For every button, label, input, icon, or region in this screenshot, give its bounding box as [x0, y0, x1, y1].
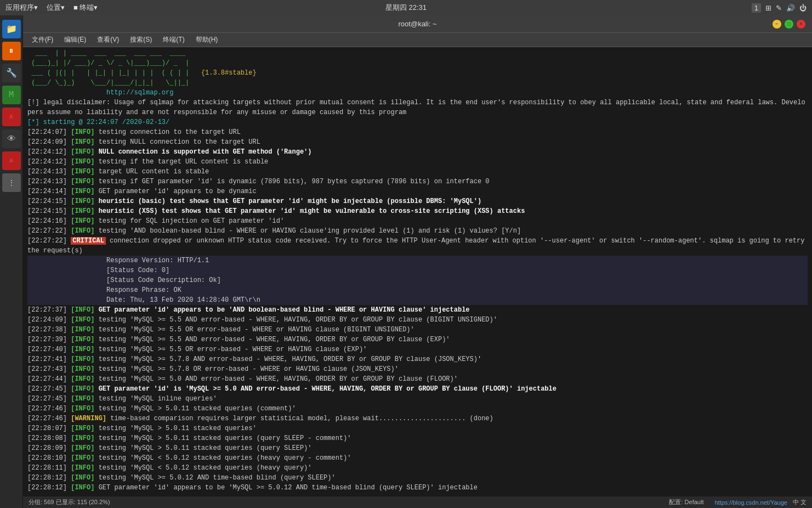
sidebar-icon-app3[interactable]: A: [2, 108, 21, 126]
terminal-line: [22:24:12] [INFO] NULL connection is sup…: [27, 147, 808, 157]
terminal-line: [22:24:12] [INFO] testing if the target …: [27, 157, 808, 167]
terminal-line: [22:27:45] [INFO] GET parameter 'id' is …: [27, 384, 808, 394]
maximize-button[interactable]: □: [785, 20, 793, 29]
applications-menu[interactable]: 应用程序▾: [5, 3, 38, 13]
menu-terminal[interactable]: 终端(T): [158, 34, 189, 46]
terminal-line: [Status Code Description: Ok]: [27, 275, 808, 285]
terminal-line: [22:27:46] [INFO] testing 'MySQL > 5.0.1…: [27, 404, 808, 414]
terminal-line: [22:28:10] [INFO] testing 'MySQL < 5.0.1…: [27, 453, 808, 463]
menu-help[interactable]: 帮助(H): [191, 34, 223, 46]
window-controls: − □ ×: [773, 20, 805, 29]
terminal-line: [22:27:40] [INFO] testing 'MySQL >= 5.5 …: [27, 345, 808, 354]
terminal-line: [22:28:12] [INFO] GET parameter 'id' app…: [27, 483, 808, 493]
terminal-output[interactable]: Usage: python2 sqlmap [options]sqlmap: e…: [23, 47, 812, 496]
terminal-line: [22:24:13] [INFO] target URL content is …: [27, 167, 808, 177]
sidebar-icon-app6[interactable]: ⋮: [2, 173, 21, 192]
sidebar-icon-app1[interactable]: 🔧: [2, 64, 21, 82]
terminal-line: [22:27:37] [INFO] GET parameter 'id' app…: [27, 305, 808, 315]
terminal-line: [!] legal disclaimer: Usage of sqlmap fo…: [27, 98, 808, 117]
terminal-line: [22:27:22] CRITICAL connection dropped o…: [27, 236, 808, 256]
terminal-line: [22:27:22] [INFO] testing 'AND boolean-b…: [27, 226, 808, 236]
system-bar: 应用程序▾ 位置▾ ■ 终端▾ 星期四 22:31 1 ⊞ ✎ 🔊 ⏻: [0, 0, 812, 15]
terminal-line: [22:27:39] [INFO] testing 'MySQL >= 5.5 …: [27, 335, 808, 345]
terminal-line: http://sqlmap.org: [27, 88, 808, 98]
terminal-line: [22:24:13] [INFO] testing if GET paramet…: [27, 177, 808, 187]
sidebar: 📁 B 🔧 M A 👁 A ⋮: [0, 15, 23, 508]
terminal-line: ___ | | ____ ___ ___ ___ ___ ____: [27, 48, 808, 58]
terminal-line: [22:28:08] [INFO] testing 'MySQL > 5.0.1…: [27, 433, 808, 443]
terminal-line: [22:27:38] [INFO] testing 'MySQL >= 5.5 …: [27, 325, 808, 335]
terminal-line: [22:27:41] [INFO] testing 'MySQL >= 5.7.…: [27, 354, 808, 364]
terminal-line: [22:28:07] [INFO] testing 'MySQL > 5.0.1…: [27, 424, 808, 433]
system-tray: 1 ⊞ ✎ 🔊 ⏻: [752, 3, 807, 13]
status-left: 分组: 569 已显示: 115 (20.2%): [29, 498, 110, 506]
power-icon[interactable]: ⏻: [799, 4, 807, 12]
terminal-line: ___ ( |(| | | |_| | |_| | | | ( ( | | {1…: [27, 68, 808, 78]
menu-bar: 文件(F) 编辑(E) 查看(V) 搜索(S) 终端(T) 帮助(H): [23, 33, 812, 47]
terminal-line: [22:24:07] [INFO] testing connection to …: [27, 127, 808, 137]
terminal-line: [22:28:11] [INFO] testing 'MySQL < 5.0.1…: [27, 463, 808, 473]
terminal-line: [22:27:45] [INFO] testing 'MySQL inline …: [27, 394, 808, 404]
critical-badge: CRITICAL: [71, 237, 106, 245]
places-menu[interactable]: 位置▾: [47, 3, 65, 13]
terminal-line: [Status Code: 0]: [27, 266, 808, 275]
title-bar: root@kali: ~ − □ ×: [23, 15, 812, 33]
system-clock: 星期四 22:31: [385, 3, 427, 13]
blog-link[interactable]: https://blog.csdn.net/Yauge: [714, 499, 787, 506]
workspace-indicator[interactable]: 1: [752, 3, 761, 13]
sidebar-icon-files[interactable]: 📁: [2, 20, 21, 38]
system-bar-left: 应用程序▾ 位置▾ ■ 终端▾: [5, 3, 98, 13]
terminal-line: (___/ \_)_) \___/|____/|_|_| \_||_|: [27, 78, 808, 88]
bottom-bar: 分组: 569 已显示: 115 (20.2%) 配置: Default htt…: [23, 496, 812, 508]
terminal-line: [22:28:12] [INFO] testing 'MySQL >= 5.0.…: [27, 473, 808, 483]
sidebar-icon-app4[interactable]: 👁: [2, 129, 21, 148]
sidebar-icon-app2[interactable]: M: [2, 86, 21, 104]
terminal-line: [22:24:15] [INFO] heuristic (basic) test…: [27, 196, 808, 206]
terminal-line: [22:24:16] [INFO] testing for SQL inject…: [27, 216, 808, 226]
menu-view[interactable]: 查看(V): [93, 34, 123, 46]
terminal-line: Response Version: HTTP/1.1: [27, 256, 808, 266]
pen-icon[interactable]: ✎: [776, 4, 782, 12]
lang-indicator: 中 文: [793, 498, 807, 506]
terminal-line: [22:24:09] [INFO] testing 'MySQL >= 5.5 …: [27, 315, 808, 325]
close-button[interactable]: ×: [797, 20, 805, 29]
terminal-line: [22:24:14] [INFO] GET parameter 'id' app…: [27, 187, 808, 196]
volume-icon[interactable]: 🔊: [786, 4, 795, 12]
minimize-button[interactable]: −: [773, 20, 781, 29]
sidebar-icon-burp[interactable]: B: [2, 42, 21, 60]
menu-file[interactable]: 文件(F): [27, 34, 58, 46]
terminal-line: Response Phrase: OK: [27, 285, 808, 295]
terminal-line: [22:24:15] [INFO] heuristic (XSS) test s…: [27, 206, 808, 216]
terminal-line: [22:27:46] [WARNING] time-based comparis…: [27, 414, 808, 424]
main-terminal-window: root@kali: ~ − □ × 文件(F) 编辑(E) 查看(V) 搜索(…: [23, 15, 812, 508]
terminal-line: [22:28:09] [INFO] testing 'MySQL > 5.0.1…: [27, 443, 808, 453]
terminal-line: (___)_| |/ ___)/ _ \/ _ \|___)___)/ _ |: [27, 58, 808, 68]
terminal-line: Date: Thu, 13 Feb 2020 14:28:40 GMT\r\n: [27, 295, 808, 305]
terminal-line: [22:27:44] [INFO] testing 'MySQL >= 5.0 …: [27, 374, 808, 384]
terminal-line: [22:27:43] [INFO] testing 'MySQL >= 5.7.…: [27, 364, 808, 374]
window-title: root@kali: ~: [399, 20, 437, 28]
menu-edit[interactable]: 编辑(E): [60, 34, 90, 46]
terminal-line: [*] starting @ 22:24:07 /2020-02-13/: [27, 117, 808, 127]
status-right: 配置: Default: [669, 498, 703, 506]
window-manager-icon[interactable]: ⊞: [765, 4, 771, 12]
menu-search[interactable]: 搜索(S): [126, 34, 156, 46]
terminal-line: [22:24:09] [INFO] testing NULL connectio…: [27, 137, 808, 147]
terminal-menu[interactable]: ■ 终端▾: [73, 3, 98, 13]
sidebar-icon-app5[interactable]: A: [2, 151, 21, 170]
